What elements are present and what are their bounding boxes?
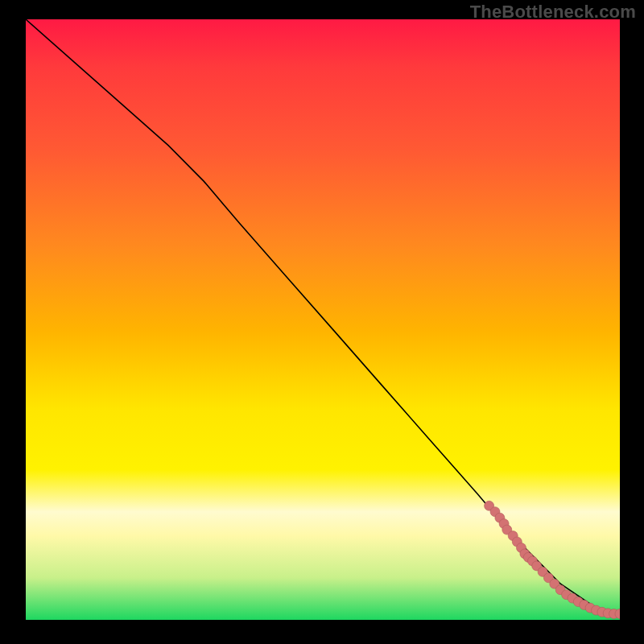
scatter-dots <box>485 501 620 618</box>
watermark-label: TheBottleneck.com <box>470 2 636 23</box>
chart-frame: TheBottleneck.com <box>0 0 644 644</box>
plot-svg <box>26 19 620 620</box>
plot-area <box>26 19 620 620</box>
bottleneck-curve <box>26 19 620 614</box>
